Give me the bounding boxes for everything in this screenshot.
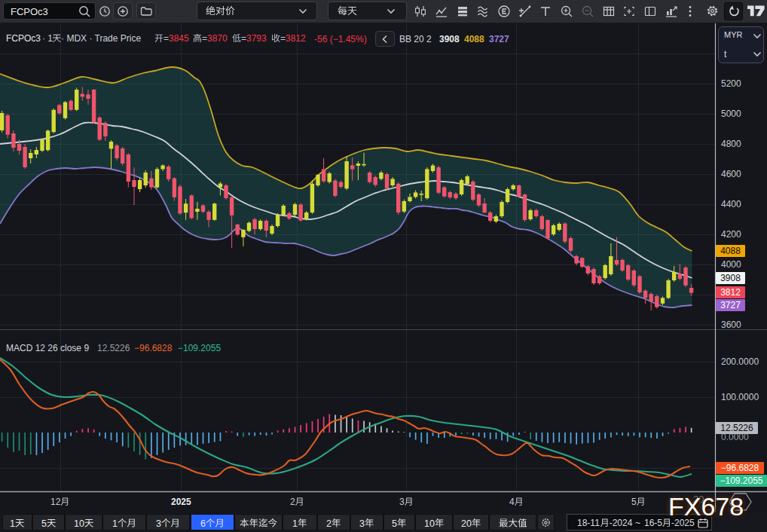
svg-text:· 1: · 1: [42, 33, 53, 44]
svg-text:3845: 3845: [169, 33, 189, 44]
svg-text:20: 20: [461, 518, 472, 528]
svg-text:2025: 2025: [171, 497, 191, 507]
svg-text:3: 3: [359, 518, 365, 528]
svg-text:FCPOc3: FCPOc3: [6, 33, 41, 44]
svg-text:18-11: 18-11: [577, 518, 600, 528]
svg-text:=: =: [202, 33, 207, 44]
svg-text:3812: 3812: [286, 33, 306, 44]
svg-text:=: =: [163, 33, 169, 44]
svg-text:· MDX · Trade Price: · MDX · Trade Price: [61, 33, 141, 44]
svg-text:1: 1: [292, 518, 298, 528]
svg-text:5: 5: [392, 518, 397, 528]
svg-text:16-5: 16-5: [644, 518, 662, 528]
svg-text:-2024: -2024: [610, 518, 633, 528]
svg-text:3793: 3793: [246, 33, 267, 44]
svg-text:3: 3: [399, 497, 405, 507]
svg-text:10: 10: [424, 518, 435, 528]
svg-text:5: 5: [41, 518, 47, 528]
svg-text:3870: 3870: [207, 33, 228, 44]
svg-text:10: 10: [74, 518, 84, 528]
svg-text:=: =: [241, 33, 246, 44]
svg-text:FX678: FX678: [668, 492, 744, 521]
svg-text:2: 2: [290, 497, 295, 507]
svg-text:=: =: [280, 33, 286, 44]
svg-text:1: 1: [112, 518, 118, 528]
svg-text:1: 1: [10, 518, 15, 528]
svg-text:12: 12: [50, 497, 61, 507]
svg-text:5: 5: [631, 497, 637, 507]
svg-text:4: 4: [509, 497, 515, 507]
svg-text:6: 6: [200, 518, 206, 528]
svg-text:2: 2: [326, 518, 332, 528]
svg-text:3: 3: [156, 518, 161, 528]
